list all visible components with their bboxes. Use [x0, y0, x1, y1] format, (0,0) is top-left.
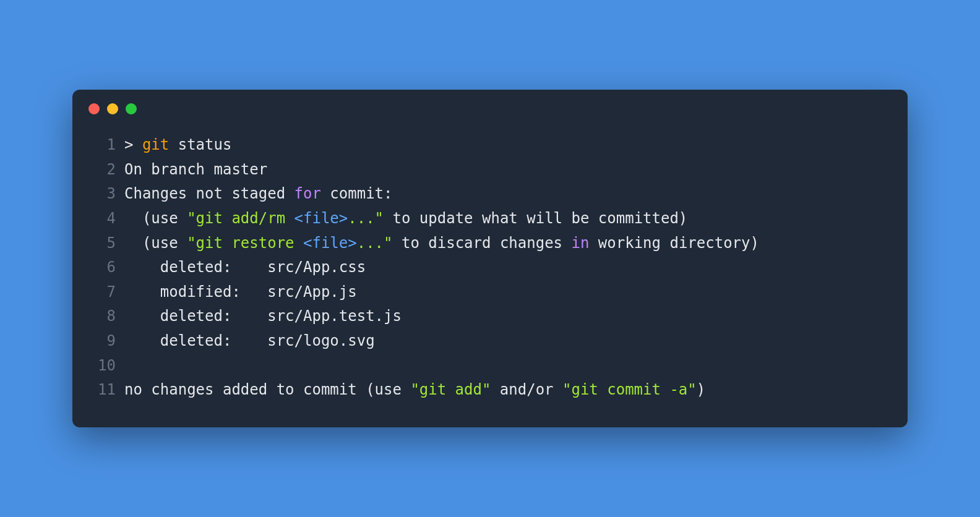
- line-text: modified: src/App.js: [124, 280, 895, 305]
- line-number: 6: [85, 255, 116, 280]
- line-text: > git status: [124, 133, 895, 158]
- code-line: 9 deleted: src/logo.svg: [85, 329, 895, 354]
- line-text: On branch master: [124, 158, 895, 182]
- line-number: 10: [85, 354, 116, 378]
- line-text: (use "git restore <file>..." to discard …: [124, 231, 895, 256]
- code-line: 10: [85, 354, 895, 378]
- line-text: deleted: src/App.css: [124, 255, 895, 280]
- line-text: [124, 354, 895, 378]
- maximize-icon[interactable]: [126, 103, 137, 114]
- close-icon[interactable]: [88, 103, 100, 114]
- code-line: 5 (use "git restore <file>..." to discar…: [85, 231, 895, 256]
- code-line: 6 deleted: src/App.css: [85, 255, 895, 280]
- line-text: no changes added to commit (use "git add…: [124, 378, 895, 403]
- line-number: 11: [85, 378, 116, 403]
- terminal-output: 1> git status2On branch master3Changes n…: [72, 133, 908, 403]
- code-line: 8 deleted: src/App.test.js: [85, 304, 895, 329]
- terminal-window: 1> git status2On branch master3Changes n…: [72, 90, 908, 427]
- code-line: 2On branch master: [85, 158, 895, 182]
- line-number: 8: [85, 304, 116, 329]
- line-number: 9: [85, 329, 116, 354]
- line-number: 7: [85, 280, 116, 305]
- code-line: 3Changes not staged for commit:: [85, 182, 895, 207]
- code-line: 4 (use "git add/rm <file>..." to update …: [85, 207, 895, 231]
- line-text: (use "git add/rm <file>..." to update wh…: [124, 207, 895, 231]
- window-titlebar: [72, 90, 908, 133]
- line-number: 4: [85, 207, 116, 231]
- line-text: deleted: src/App.test.js: [124, 304, 895, 329]
- code-line: 1> git status: [85, 133, 895, 158]
- line-number: 5: [85, 231, 116, 256]
- line-text: Changes not staged for commit:: [124, 182, 895, 207]
- line-number: 2: [85, 158, 116, 182]
- line-number: 3: [85, 182, 116, 207]
- code-line: 11no changes added to commit (use "git a…: [85, 378, 895, 403]
- code-line: 7 modified: src/App.js: [85, 280, 895, 305]
- line-number: 1: [85, 133, 116, 158]
- line-text: deleted: src/logo.svg: [124, 329, 895, 354]
- minimize-icon[interactable]: [107, 103, 118, 114]
